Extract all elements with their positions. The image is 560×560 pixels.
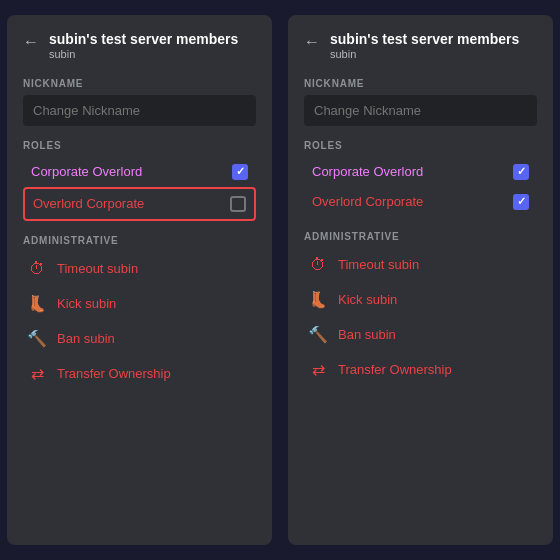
back-arrow-icon[interactable]: ←	[23, 33, 39, 51]
header-text: subin's test server members subin	[330, 31, 519, 60]
admin-item-3[interactable]: ⇄ Transfer Ownership	[304, 352, 537, 387]
admin-item-0[interactable]: ⏱ Timeout subin	[23, 252, 256, 286]
admin-label-1: Kick subin	[57, 296, 116, 311]
header-text: subin's test server members subin	[49, 31, 238, 60]
role-name-0: Corporate Overlord	[312, 164, 423, 179]
transfer-icon: ⇄	[27, 364, 47, 383]
nickname-section-label: NICKNAME	[23, 78, 256, 89]
role-checkbox-1[interactable]	[513, 194, 529, 210]
panel-header: ← subin's test server members subin	[23, 31, 256, 60]
nickname-section-label: NICKNAME	[304, 78, 537, 89]
admin-label-2: Ban subin	[338, 327, 396, 342]
role-item-0[interactable]: Corporate Overlord	[23, 157, 256, 187]
admin-label-0: Timeout subin	[57, 261, 138, 276]
roles-list: Corporate Overlord Overlord Corporate	[23, 157, 256, 221]
ban-icon: 🔨	[27, 329, 47, 348]
admin-section-label: ADMINISTRATIVE	[23, 235, 256, 246]
admin-item-2[interactable]: 🔨 Ban subin	[23, 321, 256, 356]
panel-title: subin's test server members	[330, 31, 519, 48]
admin-label-2: Ban subin	[57, 331, 115, 346]
roles-section-label: ROLES	[23, 140, 256, 151]
back-arrow-icon[interactable]: ←	[304, 33, 320, 51]
admin-label-3: Transfer Ownership	[338, 362, 452, 377]
role-name-1: Overlord Corporate	[312, 194, 423, 209]
kick-icon: 👢	[27, 294, 47, 313]
admin-list: ⏱ Timeout subin 👢 Kick subin 🔨 Ban subin…	[23, 252, 256, 391]
roles-section-label: ROLES	[304, 140, 537, 151]
nickname-input[interactable]	[23, 95, 256, 126]
admin-item-0[interactable]: ⏱ Timeout subin	[304, 248, 537, 282]
role-checkbox-0[interactable]	[513, 164, 529, 180]
role-name-1: Overlord Corporate	[33, 196, 144, 211]
panel-subtitle: subin	[330, 48, 519, 60]
timeout-icon: ⏱	[27, 260, 47, 278]
roles-list: Corporate Overlord Overlord Corporate	[304, 157, 537, 217]
admin-item-1[interactable]: 👢 Kick subin	[23, 286, 256, 321]
timeout-icon: ⏱	[308, 256, 328, 274]
role-checkbox-1[interactable]	[230, 196, 246, 212]
role-checkbox-0[interactable]	[232, 164, 248, 180]
admin-label-1: Kick subin	[338, 292, 397, 307]
panel-left: ← subin's test server members subin NICK…	[7, 15, 272, 545]
nickname-input[interactable]	[304, 95, 537, 126]
panel-header: ← subin's test server members subin	[304, 31, 537, 60]
admin-label-3: Transfer Ownership	[57, 366, 171, 381]
admin-item-2[interactable]: 🔨 Ban subin	[304, 317, 537, 352]
admin-item-3[interactable]: ⇄ Transfer Ownership	[23, 356, 256, 391]
admin-list: ⏱ Timeout subin 👢 Kick subin 🔨 Ban subin…	[304, 248, 537, 387]
role-item-0[interactable]: Corporate Overlord	[304, 157, 537, 187]
admin-label-0: Timeout subin	[338, 257, 419, 272]
panel-right: ← subin's test server members subin NICK…	[288, 15, 553, 545]
panel-title: subin's test server members	[49, 31, 238, 48]
admin-section-label: ADMINISTRATIVE	[304, 231, 537, 242]
role-item-1[interactable]: Overlord Corporate	[23, 187, 256, 221]
kick-icon: 👢	[308, 290, 328, 309]
admin-item-1[interactable]: 👢 Kick subin	[304, 282, 537, 317]
ban-icon: 🔨	[308, 325, 328, 344]
role-item-1[interactable]: Overlord Corporate	[304, 187, 537, 217]
panel-subtitle: subin	[49, 48, 238, 60]
transfer-icon: ⇄	[308, 360, 328, 379]
role-name-0: Corporate Overlord	[31, 164, 142, 179]
